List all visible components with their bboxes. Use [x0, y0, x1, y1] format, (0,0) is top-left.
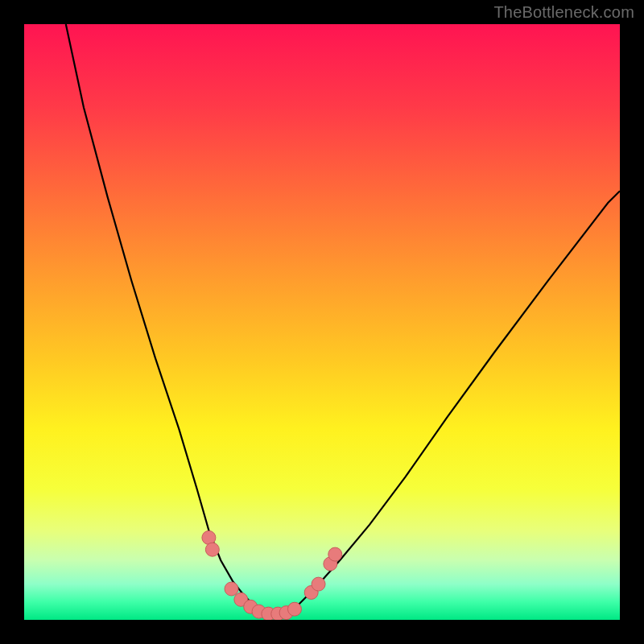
valley-marker — [328, 547, 342, 561]
valley-marker — [225, 582, 238, 596]
valley-markers — [202, 530, 342, 620]
left-curve — [66, 24, 266, 614]
valley-marker — [205, 543, 219, 556]
watermark-text: TheBottleneck.com — [493, 3, 634, 22]
valley-marker — [287, 602, 301, 616]
chart-frame: TheBottleneck.com — [0, 0, 644, 644]
plot-area — [24, 24, 620, 620]
valley-marker — [312, 577, 325, 591]
curves-layer — [24, 24, 620, 620]
